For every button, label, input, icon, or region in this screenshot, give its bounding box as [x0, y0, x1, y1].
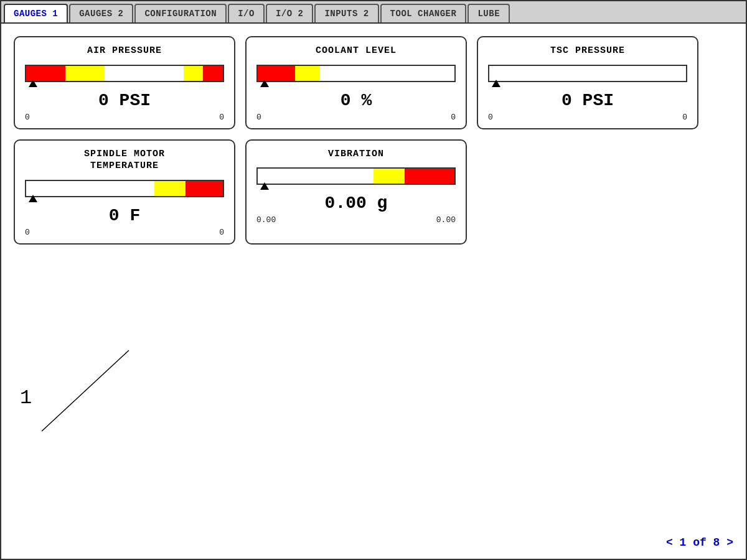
- coolant-level-title: COOLANT LEVEL: [256, 45, 456, 57]
- temp-seg-yellow: [154, 181, 186, 196]
- tsc-pressure-value: 0 PSI: [488, 91, 687, 110]
- gauge-coolant-level: COOLANT LEVEL 0 % 0 0: [245, 36, 467, 129]
- spindle-temp-title: SPINDLE MOTOR TEMPERATURE: [25, 148, 224, 172]
- tsc-pressure-bar-track: [488, 65, 687, 82]
- tab-inputs2[interactable]: INPUTS 2: [314, 4, 378, 22]
- main-container: GAUGES 1 GAUGES 2 CONFIGURATION I/O I/O …: [0, 0, 747, 560]
- content-area: AIR PRESSURE 0 PSI: [1, 24, 746, 559]
- coolant-level-pointer: [260, 80, 269, 87]
- coolant-level-bar-track: [256, 65, 456, 82]
- air-pressure-value: 0 PSI: [25, 91, 224, 110]
- spindle-temp-min: 0: [25, 228, 30, 237]
- vibration-minmax: 0.00 0.00: [256, 215, 456, 225]
- vibration-max: 0.00: [436, 215, 456, 225]
- air-seg-yellow-right: [184, 66, 204, 81]
- coolant-level-bar-container: [256, 65, 456, 82]
- gauge-tsc-pressure: TSC PRESSURE 0 PSI 0 0: [477, 36, 698, 129]
- svg-line-0: [42, 350, 129, 431]
- tab-bar: GAUGES 1 GAUGES 2 CONFIGURATION I/O I/O …: [1, 1, 746, 24]
- vibration-bar-container: [256, 167, 456, 185]
- tab-io2[interactable]: I/O 2: [266, 4, 314, 22]
- coolant-level-min: 0: [256, 113, 261, 122]
- vibration-pointer: [260, 182, 269, 190]
- air-seg-red-left: [26, 66, 65, 81]
- spindle-temp-pointer: [29, 195, 37, 202]
- spindle-temp-bar-track: [25, 180, 224, 197]
- coolant-seg-yellow: [295, 66, 320, 81]
- tsc-pressure-minmax: 0 0: [488, 113, 687, 122]
- gauge-vibration: VIBRATION 0.00 g 0.00 0.00: [245, 139, 467, 245]
- gauge-spindle-temp: SPINDLE MOTOR TEMPERATURE 0 F 0 0: [14, 139, 235, 245]
- air-pressure-min: 0: [25, 113, 30, 122]
- temp-seg-red: [186, 181, 223, 196]
- air-pressure-pointer: [29, 80, 37, 87]
- air-pressure-bar-fill: [26, 66, 223, 81]
- spindle-temp-bar-fill: [154, 181, 223, 196]
- tsc-pressure-bar-container: [488, 65, 687, 82]
- air-seg-red-right: [203, 66, 223, 81]
- tsc-pressure-min: 0: [488, 113, 493, 122]
- coolant-level-bar-fill: [258, 66, 320, 81]
- spindle-temp-value: 0 F: [25, 206, 224, 225]
- tsc-pressure-pointer: [492, 80, 500, 87]
- page-indicator[interactable]: < 1 of 8 >: [666, 536, 733, 549]
- air-pressure-bar-container: [25, 65, 224, 82]
- tab-toolchanger[interactable]: TOOL CHANGER: [380, 4, 467, 22]
- tsc-pressure-title: TSC PRESSURE: [488, 45, 687, 57]
- annotation-svg: [35, 344, 160, 444]
- vibration-title: VIBRATION: [256, 148, 456, 161]
- tab-gauges1[interactable]: GAUGES 1: [4, 4, 68, 22]
- vibration-bar-track: [256, 167, 456, 185]
- tsc-pressure-max: 0: [682, 113, 687, 122]
- air-pressure-bar-track: [25, 65, 224, 82]
- spindle-temp-bar-container: [25, 180, 224, 197]
- annotation-number: 1: [20, 386, 32, 409]
- vibration-bar-fill: [374, 169, 454, 184]
- coolant-level-value: 0 %: [256, 91, 456, 110]
- air-pressure-minmax: 0 0: [25, 113, 224, 122]
- vib-seg-yellow: [374, 169, 405, 184]
- air-pressure-title: AIR PRESSURE: [25, 45, 224, 57]
- coolant-level-max: 0: [451, 113, 456, 122]
- tab-lube[interactable]: LUBE: [467, 4, 510, 22]
- air-seg-white: [105, 66, 183, 81]
- air-pressure-max: 0: [219, 113, 224, 122]
- spindle-temp-minmax: 0 0: [25, 228, 224, 237]
- gauges-grid: AIR PRESSURE 0 PSI: [14, 36, 698, 245]
- spindle-temp-max: 0: [219, 228, 224, 237]
- vibration-value: 0.00 g: [256, 194, 456, 213]
- vib-seg-red: [405, 169, 454, 184]
- coolant-seg-red: [258, 66, 295, 81]
- air-seg-yellow-left: [65, 66, 105, 81]
- vibration-min: 0.00: [256, 215, 276, 225]
- tab-gauges2[interactable]: GAUGES 2: [69, 4, 133, 22]
- gauge-air-pressure: AIR PRESSURE 0 PSI: [14, 36, 235, 129]
- tab-configuration[interactable]: CONFIGURATION: [134, 4, 227, 22]
- coolant-level-minmax: 0 0: [256, 113, 456, 122]
- tab-io[interactable]: I/O: [228, 4, 265, 22]
